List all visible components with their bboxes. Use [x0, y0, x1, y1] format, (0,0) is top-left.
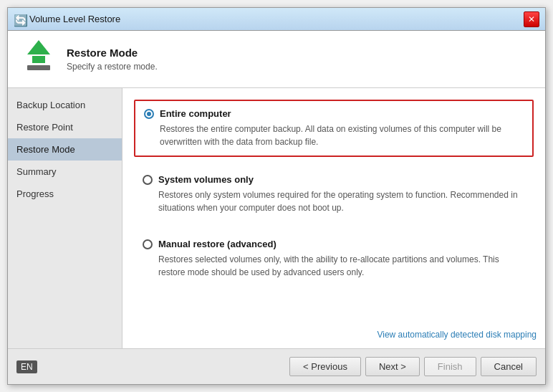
footer-buttons: < Previous Next > Finish Cancel — [289, 357, 537, 376]
option-entire-computer-header: Entire computer — [144, 108, 524, 119]
option-system-volumes[interactable]: System volumes only Restores only system… — [134, 167, 534, 221]
option-entire-computer-label: Entire computer — [160, 108, 231, 119]
header-subtitle: Specify a restore mode. — [67, 62, 158, 72]
previous-button[interactable]: < Previous — [289, 357, 361, 376]
disk-mapping-link[interactable]: View automatically detected disk mapping — [377, 330, 537, 340]
radio-entire-computer[interactable] — [144, 109, 154, 119]
finish-button[interactable]: Finish — [424, 357, 476, 376]
sidebar-item-restore-mode[interactable]: Restore Mode — [8, 138, 122, 161]
sidebar: Backup Location Restore Point Restore Mo… — [8, 88, 122, 348]
option-entire-computer[interactable]: Entire computer Restores the entire comp… — [134, 100, 534, 157]
header: Restore Mode Specify a restore mode. — [8, 31, 545, 88]
locale-indicator: EN — [16, 360, 37, 373]
header-title: Restore Mode — [67, 47, 158, 59]
close-icon: ✕ — [528, 14, 535, 24]
option-manual-restore-label: Manual restore (advanced) — [158, 239, 276, 249]
option-manual-restore-desc: Restores selected volumes only, with the… — [143, 253, 525, 279]
title-bar: 🔄 Volume Level Restore ✕ — [8, 8, 545, 31]
header-icon — [19, 40, 58, 79]
sidebar-item-summary[interactable]: Summary — [8, 161, 122, 183]
window-icon: 🔄 — [14, 14, 25, 25]
main-content: Backup Location Restore Point Restore Mo… — [8, 88, 545, 348]
option-system-volumes-label: System volumes only — [158, 174, 254, 185]
arrow-stem-icon — [32, 56, 45, 63]
content-area: Entire computer Restores the entire comp… — [122, 88, 545, 348]
option-entire-computer-desc: Restores the entire computer backup. All… — [144, 123, 524, 148]
arrow-base-icon — [27, 65, 50, 70]
footer-bar: EN < Previous Next > Finish Cancel — [8, 348, 545, 384]
header-text: Restore Mode Specify a restore mode. — [67, 47, 158, 72]
arrow-up-icon — [27, 40, 50, 54]
option-system-volumes-header: System volumes only — [143, 174, 525, 185]
sidebar-item-restore-point[interactable]: Restore Point — [8, 116, 122, 138]
cancel-button[interactable]: Cancel — [481, 357, 537, 376]
main-window: 🔄 Volume Level Restore ✕ Restore Mode Sp… — [7, 7, 546, 385]
radio-system-volumes[interactable] — [143, 175, 153, 185]
sidebar-item-backup-location[interactable]: Backup Location — [8, 94, 122, 116]
radio-manual-restore[interactable] — [143, 239, 153, 249]
next-button[interactable]: Next > — [365, 357, 420, 376]
window-title: Volume Level Restore — [29, 14, 524, 24]
option-manual-restore-header: Manual restore (advanced) — [143, 239, 525, 249]
close-button[interactable]: ✕ — [524, 11, 539, 27]
option-manual-restore[interactable]: Manual restore (advanced) Restores selec… — [134, 231, 534, 286]
option-system-volumes-desc: Restores only system volumes required fo… — [143, 188, 525, 214]
sidebar-item-progress[interactable]: Progress — [8, 183, 122, 205]
option-group: Entire computer Restores the entire comp… — [134, 100, 534, 286]
